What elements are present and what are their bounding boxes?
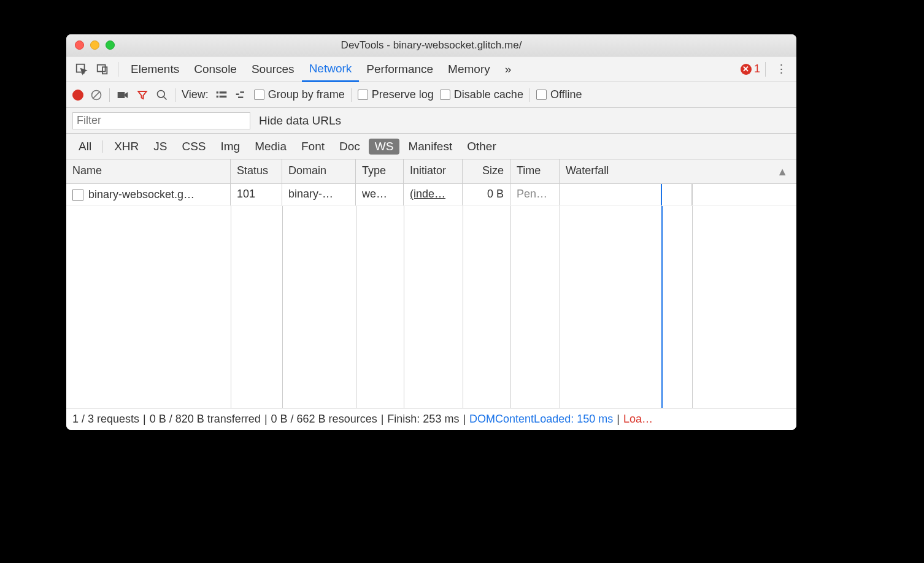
col-status[interactable]: Status xyxy=(231,159,282,183)
request-grid: Name Status Domain Type Initiator Size T… xyxy=(66,159,796,408)
view-label: View: xyxy=(182,88,209,101)
kebab-menu-icon[interactable]: ⋮ xyxy=(771,59,791,80)
search-icon[interactable] xyxy=(155,88,169,102)
type-all[interactable]: All xyxy=(72,139,98,155)
record-button[interactable] xyxy=(72,90,83,101)
preserve-log-checkbox[interactable]: Preserve log xyxy=(358,88,434,101)
cell-time: Pen… xyxy=(510,184,560,205)
col-name[interactable]: Name xyxy=(66,159,231,183)
minimize-window-button[interactable] xyxy=(90,40,99,50)
type-media[interactable]: Media xyxy=(248,139,293,155)
tab-elements[interactable]: Elements xyxy=(123,56,187,82)
sort-indicator-icon: ▲ xyxy=(777,166,788,178)
status-transferred: 0 B / 820 B transferred xyxy=(150,413,261,426)
group-by-frame-checkbox[interactable]: Group by frame xyxy=(254,88,345,101)
disable-cache-checkbox[interactable]: Disable cache xyxy=(440,88,523,101)
device-toolbar-icon[interactable] xyxy=(92,59,113,80)
filter-icon[interactable] xyxy=(136,88,149,102)
svg-rect-12 xyxy=(236,93,239,95)
status-finish: Finish: 253 ms xyxy=(387,413,459,426)
grid-header: Name Status Domain Type Initiator Size T… xyxy=(66,159,796,184)
status-domcontent: DOMContentLoaded: 150 ms xyxy=(469,413,613,426)
type-js[interactable]: JS xyxy=(147,139,173,155)
filter-input[interactable] xyxy=(72,112,250,129)
svg-rect-2 xyxy=(102,67,107,74)
tab-memory[interactable]: Memory xyxy=(441,56,498,82)
tab-performance[interactable]: Performance xyxy=(359,56,441,82)
divider xyxy=(351,88,352,102)
cell-initiator[interactable]: (inde… xyxy=(404,184,463,205)
checkbox-icon xyxy=(254,90,264,100)
status-bar: 1 / 3 requests| 0 B / 820 B transferred|… xyxy=(66,408,796,430)
svg-line-4 xyxy=(93,91,100,99)
type-xhr[interactable]: XHR xyxy=(108,139,145,155)
status-load: Loa… xyxy=(623,413,653,426)
svg-rect-13 xyxy=(240,91,244,93)
col-domain[interactable]: Domain xyxy=(282,159,356,183)
offline-checkbox[interactable]: Offline xyxy=(536,88,582,101)
titlebar: DevTools - binary-websocket.glitch.me/ xyxy=(66,34,796,56)
clear-icon[interactable] xyxy=(90,88,103,102)
window-title: DevTools - binary-websocket.glitch.me/ xyxy=(66,39,796,52)
overview-icon[interactable] xyxy=(234,88,248,102)
checkbox-icon xyxy=(440,90,450,100)
type-img[interactable]: Img xyxy=(215,139,247,155)
divider xyxy=(102,140,103,153)
tab-network[interactable]: Network xyxy=(302,57,360,82)
col-initiator[interactable]: Initiator xyxy=(404,159,463,183)
type-other[interactable]: Other xyxy=(461,139,502,155)
error-indicator[interactable]: ✕ 1 xyxy=(741,63,760,75)
cell-domain: binary-… xyxy=(282,184,356,205)
svg-rect-8 xyxy=(216,91,218,93)
zoom-window-button[interactable] xyxy=(106,40,115,50)
divider xyxy=(109,88,110,102)
checkbox-icon xyxy=(536,90,547,100)
close-window-button[interactable] xyxy=(75,40,84,50)
table-row[interactable]: binary-websocket.g… 101 binary-… we… (in… xyxy=(66,184,796,206)
checkbox-icon xyxy=(358,90,368,100)
cell-type: we… xyxy=(356,184,404,205)
divider xyxy=(529,88,530,102)
svg-rect-11 xyxy=(219,95,226,97)
cell-name: binary-websocket.g… xyxy=(66,184,231,205)
status-resources: 0 B / 662 B resources xyxy=(271,413,377,426)
type-filter-bar: All XHR JS CSS Img Media Font Doc WS Man… xyxy=(66,134,796,159)
hide-data-urls-checkbox[interactable]: Hide data URLs xyxy=(259,114,341,128)
grid-body xyxy=(66,206,796,408)
camera-icon[interactable] xyxy=(116,88,129,102)
svg-rect-9 xyxy=(219,91,226,93)
svg-line-7 xyxy=(164,96,167,99)
tab-console[interactable]: Console xyxy=(187,56,244,82)
file-icon xyxy=(72,190,83,201)
col-waterfall[interactable]: Waterfall▲ xyxy=(560,159,796,183)
error-icon: ✕ xyxy=(741,64,752,75)
type-ws[interactable]: WS xyxy=(369,139,400,155)
waterfall-marker xyxy=(661,184,662,205)
tab-sources[interactable]: Sources xyxy=(244,56,302,82)
status-requests: 1 / 3 requests xyxy=(72,413,139,426)
col-time[interactable]: Time xyxy=(510,159,560,183)
error-count: 1 xyxy=(754,63,760,75)
inspect-element-icon[interactable] xyxy=(71,59,92,80)
type-manifest[interactable]: Manifest xyxy=(402,139,458,155)
col-size[interactable]: Size xyxy=(463,159,510,183)
svg-rect-14 xyxy=(238,96,243,98)
col-type[interactable]: Type xyxy=(356,159,404,183)
divider xyxy=(175,88,175,102)
network-toolbar: View: Group by frame Preserve log Disabl… xyxy=(66,82,796,108)
svg-point-6 xyxy=(158,90,165,98)
divider xyxy=(118,62,118,77)
cell-size: 0 B xyxy=(463,184,510,205)
type-font[interactable]: Font xyxy=(295,139,331,155)
svg-rect-1 xyxy=(98,64,106,71)
tab-more[interactable]: » xyxy=(498,56,519,82)
window-controls xyxy=(66,40,115,50)
svg-rect-10 xyxy=(216,95,218,97)
waterfall-marker xyxy=(691,184,693,205)
type-doc[interactable]: Doc xyxy=(333,139,366,155)
type-css[interactable]: CSS xyxy=(175,139,212,155)
cell-status: 101 xyxy=(231,184,282,205)
large-rows-icon[interactable] xyxy=(215,88,228,102)
svg-rect-5 xyxy=(118,92,125,98)
cell-waterfall xyxy=(560,184,796,205)
